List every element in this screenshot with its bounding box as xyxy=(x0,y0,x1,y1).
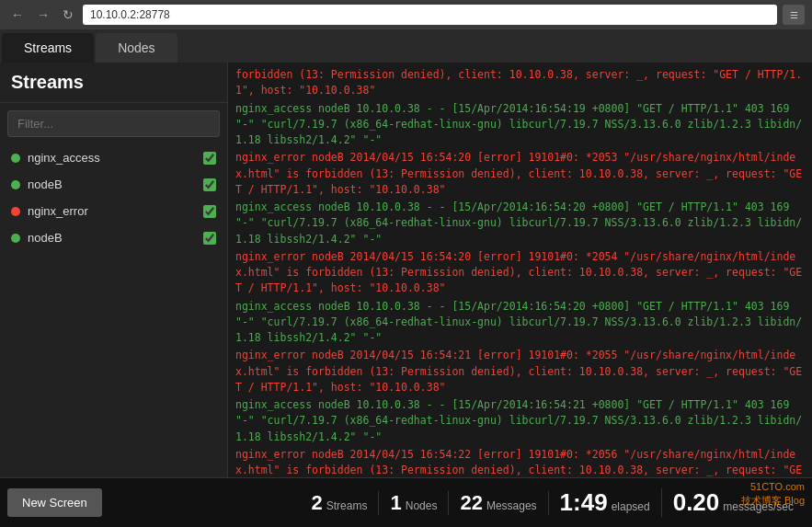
stat-number: 1:49 xyxy=(560,488,608,517)
log-line: forbidden (13: Permission denied), clien… xyxy=(228,66,812,100)
stats-bar: 2Streams1Nodes22Messages1:49elapsed0.20m… xyxy=(301,488,812,517)
log-line: nginx_error nodeB 2014/04/15 16:54:21 [e… xyxy=(228,347,812,396)
reload-button[interactable]: ↻ xyxy=(59,6,77,24)
stat-label: Streams xyxy=(326,499,368,512)
stream-status-dot xyxy=(11,234,20,243)
log-line: nginx_access nodeB 10.10.0.38 - - [15/Ap… xyxy=(228,298,812,348)
stat-label: Messages xyxy=(486,499,537,512)
stream-checkbox[interactable] xyxy=(203,205,216,218)
log-line: nginx_error nodeB 2014/04/15 16:54:22 [e… xyxy=(228,446,812,477)
tab-nodes[interactable]: Nodes xyxy=(96,33,177,63)
stream-name: nginx_error xyxy=(28,204,196,218)
log-line: nginx_error nodeB 2014/04/15 16:54:20 [e… xyxy=(228,149,812,199)
stat-group: 1Nodes xyxy=(379,491,449,515)
browser-menu-icon[interactable]: ☰ xyxy=(783,5,805,25)
stream-checkbox[interactable] xyxy=(203,232,216,245)
stat-number: 0.20 xyxy=(673,488,720,517)
new-screen-button[interactable]: New Screen xyxy=(7,488,102,517)
sidebar: Streams nginx_accessnodeBnginx_errornode… xyxy=(0,63,228,477)
stat-number: 2 xyxy=(312,491,323,515)
url-text: 10.10.0.2:28778 xyxy=(90,8,170,21)
stream-name: nginx_access xyxy=(28,151,196,165)
stream-item[interactable]: nodeB xyxy=(0,171,227,198)
log-line: nginx_error nodeB 2014/04/15 16:54:20 [e… xyxy=(228,248,812,298)
stream-list: nginx_accessnodeBnginx_errornodeB xyxy=(0,144,227,477)
filter-input[interactable] xyxy=(7,110,220,137)
tab-bar: Streams Nodes xyxy=(0,29,812,63)
log-line: nginx_access nodeB 10.10.0.38 - - [15/Ap… xyxy=(228,199,812,248)
stream-item[interactable]: nodeB xyxy=(0,224,227,251)
stat-label: Nodes xyxy=(406,499,438,512)
stat-number: 1 xyxy=(390,491,401,515)
stat-group: 22Messages xyxy=(449,491,548,515)
watermark-line1: 51CTO.com xyxy=(741,480,805,494)
stream-status-dot xyxy=(11,207,20,216)
stat-group: 1:49elapsed xyxy=(549,488,662,517)
log-panel[interactable]: forbidden (13: Permission denied), clien… xyxy=(228,63,812,477)
stream-checkbox[interactable] xyxy=(203,178,216,191)
back-button[interactable]: ← xyxy=(7,6,28,24)
browser-chrome: ← → ↻ 10.10.0.2:28778 ☰ xyxy=(0,0,812,29)
watermark: 51CTO.com 技术博客 Blog xyxy=(741,480,805,509)
stat-label: elapsed xyxy=(612,500,650,513)
forward-button[interactable]: → xyxy=(33,6,53,24)
stream-item[interactable]: nginx_access xyxy=(0,144,227,171)
stream-name: nodeB xyxy=(28,231,196,245)
stream-status-dot xyxy=(11,180,20,189)
stat-group: 2Streams xyxy=(301,491,380,515)
stream-status-dot xyxy=(11,154,20,163)
log-line: nginx_access nodeB 10.10.0.38 - - [15/Ap… xyxy=(228,396,812,446)
sidebar-title: Streams xyxy=(0,63,227,103)
address-bar[interactable]: 10.10.0.2:28778 xyxy=(83,5,777,25)
log-line: nginx_access nodeB 10.10.0.38 - - [15/Ap… xyxy=(228,100,812,150)
stream-checkbox[interactable] xyxy=(203,152,216,165)
watermark-line2: 技术博客 Blog xyxy=(741,494,805,508)
stream-item[interactable]: nginx_error xyxy=(0,198,227,224)
bottom-bar: New Screen 2Streams1Nodes22Messages1:49e… xyxy=(0,477,812,527)
stat-number: 22 xyxy=(460,491,482,515)
tab-streams[interactable]: Streams xyxy=(2,33,94,63)
main-content: Streams nginx_accessnodeBnginx_errornode… xyxy=(0,63,812,477)
stream-name: nodeB xyxy=(28,178,196,191)
